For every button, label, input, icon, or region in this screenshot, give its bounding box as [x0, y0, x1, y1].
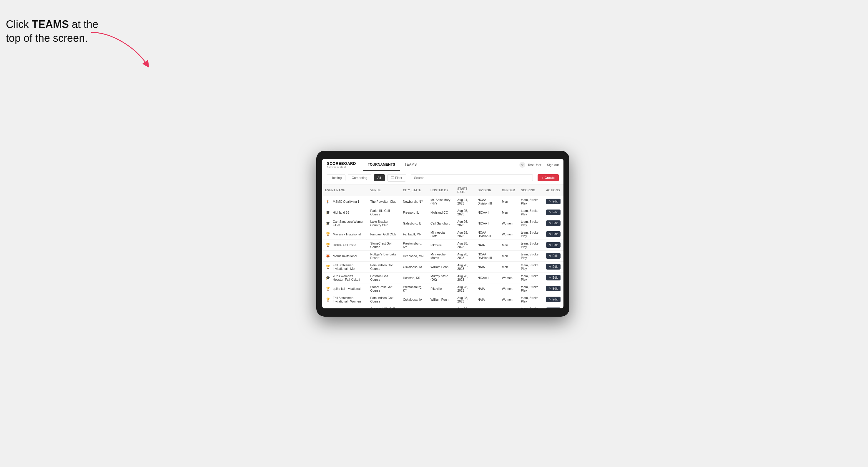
hosted-by-cell: Mt. Saint Mary (NY): [428, 196, 454, 207]
start-date-cell: Aug 28, 2023: [454, 283, 475, 294]
edit-label: Edit: [553, 276, 558, 279]
edit-button[interactable]: ✎ Edit: [546, 308, 560, 308]
division-cell: NICAA II: [475, 272, 499, 283]
edit-label: Edit: [553, 287, 558, 290]
hosted-by-cell: William Penn: [428, 261, 454, 272]
gender-cell: Women: [499, 218, 518, 229]
scoring-cell: team, Stroke Play: [518, 250, 543, 261]
table-row: 🐊 VU PREVIEW Cypress Hills Golf Club Vin…: [322, 305, 563, 308]
event-icon: 🎓: [325, 210, 331, 215]
search-input[interactable]: [411, 174, 533, 181]
nav-link-tournaments[interactable]: TOURNAMENTS: [363, 159, 400, 171]
edit-button[interactable]: ✎ Edit: [546, 275, 560, 280]
event-name-cell: 🏆 Fall Statesmen Invitational - Men: [322, 261, 367, 272]
gender-cell: Women: [499, 272, 518, 283]
venue-cell: StoneCrest Golf Course: [367, 240, 400, 250]
table-row: 🏆 Maverick Invitational Faribault Golf C…: [322, 229, 563, 240]
city-state-cell: Freeport, IL: [400, 207, 428, 218]
col-event-name: EVENT NAME: [322, 185, 367, 196]
scoring-cell: team, Stroke Play: [518, 305, 543, 308]
scoring-cell: team, Stroke Play: [518, 272, 543, 283]
edit-icon: ✎: [549, 265, 551, 268]
col-gender: GENDER: [499, 185, 518, 196]
city-state-cell: Prestonsburg, KY: [400, 283, 428, 294]
division-cell: NAIA: [475, 283, 499, 294]
nav-right: ⚙ Test User | Sign out: [519, 162, 559, 168]
venue-cell: Faribault Golf Club: [367, 229, 400, 240]
actions-cell: ✎ Edit: [543, 207, 563, 218]
user-label: Test User: [528, 163, 541, 166]
all-tab[interactable]: All: [374, 174, 385, 181]
edit-label: Edit: [553, 211, 558, 214]
gender-cell: Men: [499, 196, 518, 207]
scoring-cell: team, Stroke Play: [518, 240, 543, 250]
tablet-screen: SCOREBOARD Powered by clippit TOURNAMENT…: [322, 159, 563, 308]
event-name-cell: 🎓 Highland 36: [322, 207, 367, 218]
city-state-cell: Oskaloosa, IA: [400, 261, 428, 272]
table-row: 🏆 Fall Statesmen Invitational - Women Ed…: [322, 294, 563, 305]
settings-icon[interactable]: ⚙: [519, 162, 525, 168]
start-date-cell: Aug 28, 2023: [454, 294, 475, 305]
nav-link-teams[interactable]: TEAMS: [400, 159, 421, 171]
actions-cell: ✎ Edit: [543, 272, 563, 283]
edit-label: Edit: [553, 200, 558, 203]
gender-cell: Men: [499, 305, 518, 308]
logo-subtitle: Powered by clippit: [327, 166, 356, 168]
venue-cell: StoneCrest Golf Course: [367, 283, 400, 294]
start-date-cell: Aug 28, 2023: [454, 305, 475, 308]
start-date-cell: Aug 28, 2023: [454, 240, 475, 250]
venue-cell: Cypress Hills Golf Club: [367, 305, 400, 308]
actions-cell: ✎ Edit: [543, 240, 563, 250]
edit-button[interactable]: ✎ Edit: [546, 231, 560, 237]
edit-button[interactable]: ✎ Edit: [546, 264, 560, 270]
event-name-cell: 🐊 VU PREVIEW: [322, 305, 367, 308]
division-cell: NCAA Division III: [475, 196, 499, 207]
event-name-cell: 🎓 2023 Women's Hesston Fall Kickoff: [322, 272, 367, 283]
edit-button[interactable]: ✎ Edit: [546, 286, 560, 291]
edit-button[interactable]: ✎ Edit: [546, 297, 560, 302]
competing-tab[interactable]: Competing: [348, 174, 371, 181]
table-row: 🏆 Fall Statesmen Invitational - Men Edmu…: [322, 261, 563, 272]
hosted-by-cell: Carl Sandburg: [428, 218, 454, 229]
actions-cell: ✎ Edit: [543, 283, 563, 294]
table-row: 🎓 2023 Women's Hesston Fall Kickoff Hess…: [322, 272, 563, 283]
table-row: 🎓 Highland 36 Park Hills Golf Course Fre…: [322, 207, 563, 218]
col-scoring: SCORING: [518, 185, 543, 196]
venue-cell: Park Hills Golf Course: [367, 207, 400, 218]
city-state-cell: Vincennes, IN: [400, 305, 428, 308]
signout-link[interactable]: Sign out: [547, 163, 559, 166]
event-name-cell: 🏆 Fall Statesmen Invitational - Women: [322, 294, 367, 305]
hosted-by-cell: Murray State (OK): [428, 272, 454, 283]
event-name: Maverick Invitational: [333, 232, 361, 236]
division-cell: NAIA: [475, 240, 499, 250]
division-cell: NAIA: [475, 294, 499, 305]
edit-button[interactable]: ✎ Edit: [546, 199, 560, 204]
actions-cell: ✎ Edit: [543, 294, 563, 305]
event-icon: 🎓: [325, 275, 331, 280]
edit-label: Edit: [553, 232, 558, 236]
filter-button[interactable]: ☰ Filter: [387, 174, 406, 182]
scoring-cell: team, Stroke Play: [518, 218, 543, 229]
event-name-cell: 🏆 upike fall invitational: [322, 283, 367, 294]
edit-button[interactable]: ✎ Edit: [546, 253, 560, 259]
venue-cell: Ruttger's Bay Lake Resort: [367, 250, 400, 261]
hosted-by-cell: William Penn: [428, 294, 454, 305]
city-state-cell: Newburgh, NY: [400, 196, 428, 207]
event-name: MSMC Qualifying 1: [333, 200, 359, 203]
edit-button[interactable]: ✎ Edit: [546, 242, 560, 248]
edit-button[interactable]: ✎ Edit: [546, 220, 560, 226]
edit-button[interactable]: ✎ Edit: [546, 210, 560, 215]
scoring-cell: team, Stroke Play: [518, 229, 543, 240]
start-date-cell: Aug 26, 2023: [454, 218, 475, 229]
event-name-cell: 🦊 Morris Invitational: [322, 250, 367, 261]
edit-label: Edit: [553, 243, 558, 247]
edit-label: Edit: [553, 265, 558, 268]
create-button[interactable]: + Create: [537, 174, 559, 181]
table-container: EVENT NAME VENUE CITY, STATE HOSTED BY S…: [322, 185, 563, 308]
hosting-tab[interactable]: Hosting: [327, 174, 345, 181]
scoring-cell: team, Stroke Play: [518, 261, 543, 272]
edit-icon: ✎: [549, 243, 551, 247]
edit-label: Edit: [553, 254, 558, 257]
gender-cell: Women: [499, 229, 518, 240]
instruction-text: Click TEAMS at the top of the screen.: [6, 18, 100, 45]
